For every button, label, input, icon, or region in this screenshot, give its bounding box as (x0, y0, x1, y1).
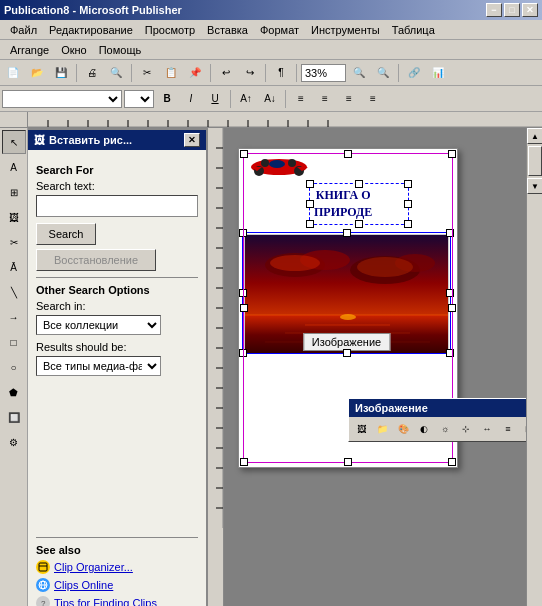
copy-btn[interactable]: 📋 (160, 62, 182, 84)
zoom-box[interactable]: 33% (301, 64, 346, 82)
page-handle-mr[interactable] (448, 304, 456, 312)
menu-insert[interactable]: Вставка (201, 22, 254, 38)
restore-button[interactable]: Восстановление (36, 249, 156, 271)
custom-tool[interactable]: ⚙ (2, 430, 26, 454)
panel-content: Search For Search text: Search Восстанов… (28, 150, 206, 390)
results-select[interactable]: Все типы медиа-файл... (36, 356, 161, 376)
select-tool[interactable]: ↖ (2, 130, 26, 154)
menu-view[interactable]: Просмотр (139, 22, 201, 38)
globe-icon (36, 578, 50, 592)
new-btn[interactable]: 📄 (2, 62, 24, 84)
img-btn-2[interactable]: 📁 (372, 419, 392, 439)
wordart-tool[interactable]: Ā (2, 255, 26, 279)
italic-btn[interactable]: I (180, 88, 202, 110)
misc-btn[interactable]: 📊 (427, 62, 449, 84)
undo-btn[interactable]: ↩ (215, 62, 237, 84)
img-toolbar-title: Изображение ✕ (349, 399, 542, 417)
img-btn-contrast[interactable]: ◐ (414, 419, 434, 439)
menu-format[interactable]: Формат (254, 22, 305, 38)
align-center-btn[interactable]: ≡ (314, 88, 336, 110)
paste-btn[interactable]: 📌 (184, 62, 206, 84)
img-btn-rotate[interactable]: ↔ (477, 419, 497, 439)
img-btn-wrap1[interactable]: ≡ (498, 419, 518, 439)
save-btn[interactable]: 💾 (50, 62, 72, 84)
font-grow-btn[interactable]: A↑ (235, 88, 257, 110)
menu-edit[interactable]: Редактирование (43, 22, 139, 38)
minimize-button[interactable]: − (486, 3, 502, 17)
tips-link[interactable]: Tips for Finding Clips (54, 597, 157, 606)
results-label: Results should be: (36, 341, 198, 353)
link-btn[interactable]: 🔗 (403, 62, 425, 84)
see-also-divider (36, 537, 198, 538)
preview-btn[interactable]: 🔍 (105, 62, 127, 84)
autoshape-tool[interactable]: ⬟ (2, 380, 26, 404)
menu-file[interactable]: Файл (4, 22, 43, 38)
search-button[interactable]: Search (36, 223, 96, 245)
main-toolbar: 📄 📂 💾 🖨 🔍 ✂ 📋 📌 ↩ ↪ ¶ 33% 🔍 🔍 🔗 📊 (0, 60, 542, 86)
page-handle-br[interactable] (448, 458, 456, 466)
menu-table[interactable]: Таблица (386, 22, 441, 38)
ruler-area (0, 112, 542, 128)
underline-btn[interactable]: U (204, 88, 226, 110)
menu-arrange[interactable]: Arrange (4, 42, 55, 58)
clips-online-link[interactable]: Clips Online (54, 579, 113, 591)
font-select[interactable] (2, 90, 122, 108)
svg-rect-16 (39, 563, 47, 571)
clip-organizer-item[interactable]: Clip Organizer... (36, 560, 198, 574)
align-left-btn[interactable]: ≡ (290, 88, 312, 110)
img-btn-1[interactable]: 🖼 (351, 419, 371, 439)
table-tool[interactable]: ⊞ (2, 180, 26, 204)
hotspot-tool[interactable]: 🔲 (2, 405, 26, 429)
menu-window[interactable]: Окно (55, 42, 93, 58)
tips-item[interactable]: ? Tips for Finding Clips (36, 596, 198, 606)
line-tool[interactable]: ╲ (2, 280, 26, 304)
arrow-tool[interactable]: → (2, 305, 26, 329)
zoom-out-btn[interactable]: 🔍 (348, 62, 370, 84)
img-btn-crop[interactable]: ⊹ (456, 419, 476, 439)
open-btn[interactable]: 📂 (26, 62, 48, 84)
picture-tool[interactable]: 🖼 (2, 205, 26, 229)
redo-btn[interactable]: ↪ (239, 62, 261, 84)
search-text-input[interactable] (36, 195, 198, 217)
rect-tool[interactable]: □ (2, 330, 26, 354)
cut-btn[interactable]: ✂ (136, 62, 158, 84)
sep2 (131, 64, 132, 82)
bold-btn[interactable]: B (156, 88, 178, 110)
scroll-up-btn[interactable]: ▲ (527, 128, 542, 144)
sep1 (76, 64, 77, 82)
ellipse-tool[interactable]: ○ (2, 355, 26, 379)
font-size-select[interactable] (124, 90, 154, 108)
close-button[interactable]: ✕ (522, 3, 538, 17)
search-in-select[interactable]: Все коллекции (36, 315, 161, 335)
clipart-tool[interactable]: ✂ (2, 230, 26, 254)
zoom-in-btn[interactable]: 🔍 (372, 62, 394, 84)
page-handle-bm[interactable] (344, 458, 352, 466)
ruler-horizontal (28, 112, 542, 128)
scroll-down-btn[interactable]: ▼ (527, 178, 542, 194)
image-toolbar: Изображение ✕ 🖼 📁 🎨 ◐ ☼ ⊹ ↔ ≡ ⊟ ⬜ ✏ ⬛ (348, 398, 542, 442)
maximize-button[interactable]: □ (504, 3, 520, 17)
svg-text:?: ? (41, 599, 46, 606)
img-btn-color[interactable]: 🎨 (393, 419, 413, 439)
para-btn[interactable]: ¶ (270, 62, 292, 84)
font-shrink-btn[interactable]: A↓ (259, 88, 281, 110)
text-tool[interactable]: A (2, 155, 26, 179)
img-btn-brightness[interactable]: ☼ (435, 419, 455, 439)
page-handle-tm[interactable] (344, 150, 352, 158)
page-handle-tl[interactable] (240, 150, 248, 158)
clips-online-item[interactable]: Clips Online (36, 578, 198, 592)
clip-organizer-link[interactable]: Clip Organizer... (54, 561, 133, 573)
print-btn[interactable]: 🖨 (81, 62, 103, 84)
page-handle-tr[interactable] (448, 150, 456, 158)
align-justify-btn[interactable]: ≡ (362, 88, 384, 110)
align-right-btn[interactable]: ≡ (338, 88, 360, 110)
page-handle-ml[interactable] (240, 304, 248, 312)
scroll-thumb[interactable] (528, 146, 542, 176)
panel-close-button[interactable]: ✕ (184, 133, 200, 147)
window-controls: − □ ✕ (486, 3, 538, 17)
format-toolbar: B I U A↑ A↓ ≡ ≡ ≡ ≡ (0, 86, 542, 112)
menu-tools[interactable]: Инструменты (305, 22, 386, 38)
help-icon: ? (36, 596, 50, 606)
page-handle-bl[interactable] (240, 458, 248, 466)
menu-help[interactable]: Помощь (93, 42, 148, 58)
